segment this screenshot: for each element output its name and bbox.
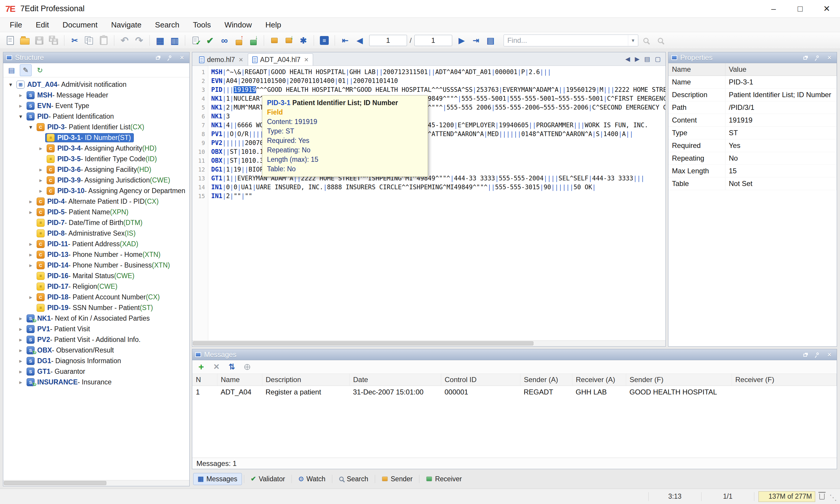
tree-expand-icon[interactable]: ▸: [16, 336, 25, 343]
goto-message-button[interactable]: ▤: [484, 34, 497, 47]
find-previous-button[interactable]: [654, 34, 667, 47]
property-row-type[interactable]: TypeST: [668, 127, 837, 139]
messages-column-header[interactable]: Date: [350, 374, 441, 386]
new-file-button[interactable]: [3, 34, 17, 47]
messages-column-header[interactable]: Sender (F): [626, 374, 732, 386]
tree-item-MSH[interactable]: ▸SMSH - Message Header: [4, 90, 189, 101]
pin-panel-button[interactable]: [166, 53, 175, 62]
preview-button[interactable]: ∞: [218, 34, 231, 47]
receive-message-button[interactable]: ↓: [247, 34, 260, 47]
tree-expand-icon[interactable]: ▸: [36, 177, 45, 184]
tree-expand-icon[interactable]: ▸: [16, 315, 25, 322]
cut-button[interactable]: ✂: [68, 34, 82, 47]
tree-item-PID-5[interactable]: ▸CPID-5 - Patient Name (XPN): [4, 207, 189, 217]
messages-column-header[interactable]: Sender (A): [520, 374, 572, 386]
tree-expand-icon[interactable]: ▸: [16, 347, 25, 354]
pin-panel-button[interactable]: [813, 350, 822, 359]
editor-line-1[interactable]: MSH|^~\&|REGADT|GOOD HEALTH HOSPITAL|GHH…: [211, 68, 665, 76]
refresh-tree-button[interactable]: ↻: [34, 65, 46, 76]
tree-expand-icon[interactable]: ▸: [16, 326, 25, 332]
tree-expand-icon[interactable]: ▾: [16, 113, 25, 120]
maximize-editor-icon[interactable]: ▢: [655, 55, 661, 62]
dock-tab-messages[interactable]: ▦Messages: [193, 473, 242, 485]
find-next-button[interactable]: [639, 34, 653, 47]
menu-help[interactable]: Help: [258, 18, 288, 32]
tree-item-PID-13[interactable]: ▸CPID-13 - Phone Number - Home (XTN): [4, 249, 189, 260]
editor-tab-demo.hl7[interactable]: demo.hl7✕: [195, 53, 248, 66]
tree-item-PID-3[interactable]: ▾CPID-3 - Patient Identifier List (CX): [4, 122, 189, 132]
paste-button[interactable]: [97, 34, 110, 47]
find-dropdown-icon[interactable]: ▾: [628, 35, 638, 46]
tree-item-NK1[interactable]: ▸S↻NK1 - Next of Kin / Associated Partie…: [4, 313, 189, 324]
toggle-edit-button[interactable]: ✎: [20, 65, 32, 76]
tree-item-PID-18[interactable]: ▸CPID-18 - Patient Account Number (CX): [4, 292, 189, 302]
dock-tab-search[interactable]: Search: [334, 473, 373, 485]
tree-expand-icon[interactable]: ▸: [16, 379, 25, 385]
structure-horizontal-scrollbar[interactable]: [3, 480, 189, 486]
last-message-button[interactable]: ⇥: [469, 34, 483, 47]
tree-item-PID-14[interactable]: ▸CPID-14 - Phone Number - Business (XTN): [4, 260, 189, 270]
property-row-table[interactable]: TableNot Set: [668, 177, 837, 190]
tree-item-PV1[interactable]: ▸SPV1 - Patient Visit: [4, 324, 189, 334]
page-current-input[interactable]: [369, 35, 407, 46]
tree-expand-icon[interactable]: ▸: [26, 198, 35, 205]
tree-expand-icon[interactable]: ▸: [26, 241, 35, 248]
memory-indicator[interactable]: 137M of 277M: [758, 491, 815, 502]
tree-expand-icon[interactable]: ▸: [26, 251, 35, 258]
tab-close-icon[interactable]: ✕: [304, 56, 309, 63]
menu-file[interactable]: File: [3, 18, 29, 32]
minimize-button[interactable]: –: [760, 0, 787, 17]
dock-tab-validator[interactable]: ✔Validator: [246, 473, 290, 485]
editor-line-3[interactable]: PID|||191919^^^GOOD HEALTH HOSPITAL^MR^G…: [211, 85, 665, 94]
float-panel-button[interactable]: [154, 53, 163, 62]
tree-item-OBX[interactable]: ▸S↻OBX - Observation/Result: [4, 345, 189, 356]
expand-structure-button[interactable]: ▦: [153, 34, 167, 47]
first-message-button[interactable]: ⇤: [339, 34, 352, 47]
scrollbar-thumb[interactable]: [193, 341, 533, 345]
scroll-tabs-right-icon[interactable]: ▶: [635, 55, 640, 62]
encoding-button[interactable]: [242, 362, 252, 372]
messages-column-header[interactable]: Receiver (A): [572, 374, 626, 386]
undo-button[interactable]: ↶: [118, 34, 131, 47]
tree-expand-icon[interactable]: ▸: [26, 209, 35, 216]
tree-expand-icon[interactable]: ▾: [6, 81, 15, 88]
messages-column-header[interactable]: Receiver (F): [732, 374, 837, 386]
tree-expand-icon[interactable]: ▸: [36, 187, 45, 194]
tree-item-PID-3-10[interactable]: ▸CPID-3-10 - Assigning Agency or Departm…: [4, 185, 189, 196]
tree-item-PID-8[interactable]: ≡PID-8 - Administrative Sex (IS): [4, 228, 189, 238]
tree-expand-icon[interactable]: ▸: [16, 358, 25, 364]
structure-view-button[interactable]: ▥: [168, 34, 181, 47]
tree-item-PID[interactable]: ▾SPID - Patient Identification: [4, 111, 189, 122]
garbage-collect-icon[interactable]: [819, 494, 825, 500]
tree-item-PID-19[interactable]: ≡PID-19 - SSN Number - Patient (ST): [4, 302, 189, 313]
validate-message-button[interactable]: ✓: [189, 34, 202, 47]
tree-item-PID-11[interactable]: ▸CPID-11 - Patient Address (XAD): [4, 238, 189, 249]
tree-expand-icon[interactable]: ▸: [26, 262, 35, 269]
tree-expand-icon[interactable]: ▸: [16, 368, 25, 375]
find-input[interactable]: [504, 35, 628, 46]
tree-expand-icon[interactable]: ▸: [16, 92, 25, 98]
editor-line-15[interactable]: IN1|2|""|"": [211, 192, 665, 200]
selected-field-value[interactable]: 191919: [234, 86, 256, 93]
tree-item-PID-3-1[interactable]: ≡PID-3-1 - ID Number (ST): [4, 132, 189, 143]
messages-column-header[interactable]: N: [192, 374, 217, 386]
tree-item-EVN[interactable]: ▸SEVN - Event Type: [4, 101, 189, 111]
tree-item-PID-3-4[interactable]: ▸CPID-3-4 - Assigning Authority (HD): [4, 143, 189, 154]
previous-message-button[interactable]: ◀: [353, 34, 367, 47]
menu-tools[interactable]: Tools: [186, 18, 218, 32]
send-message-button[interactable]: ↑: [232, 34, 246, 47]
menu-edit[interactable]: Edit: [29, 18, 56, 32]
next-message-button[interactable]: ▶: [455, 34, 468, 47]
menu-document[interactable]: Document: [56, 18, 105, 32]
tree-expand-icon[interactable]: ▾: [26, 124, 35, 130]
tree-item-PID-16[interactable]: ≡PID-16 - Marital Status (CWE): [4, 270, 189, 281]
tree-expand-icon[interactable]: ▸: [26, 294, 35, 301]
editor-line-14[interactable]: IN1|0|0|UA1|UARE INSURED, INC.|8888 INSU…: [211, 183, 665, 192]
property-row-content[interactable]: Content191919: [668, 114, 837, 127]
copy-button[interactable]: [83, 34, 96, 47]
tree-item-PV2[interactable]: ▸SPV2 - Patient Visit - Additional Info.: [4, 334, 189, 345]
redo-button[interactable]: ↷: [132, 34, 146, 47]
property-row-max-length[interactable]: Max Length15: [668, 165, 837, 177]
resize-grip[interactable]: ⋱: [829, 491, 837, 504]
tree-item-PID-17[interactable]: ≡PID-17 - Religion (CWE): [4, 281, 189, 292]
